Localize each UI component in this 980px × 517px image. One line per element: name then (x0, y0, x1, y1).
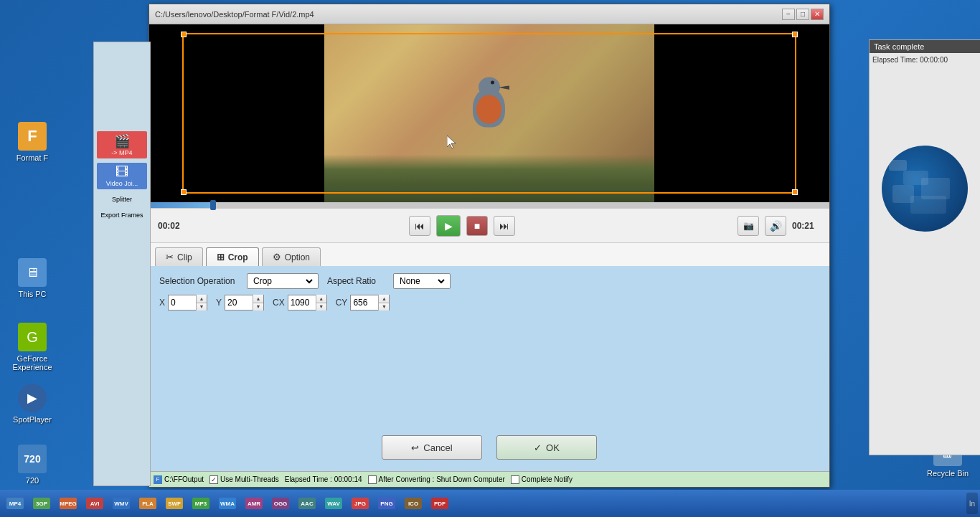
x-spinners: ▲ ▼ (196, 295, 207, 310)
complete-notify-group: Complete Notify (511, 475, 573, 484)
taskbar: MP43GPMPEGAVIWMVFLASWFMP3WMAAMROGGAACWAV… (0, 490, 980, 517)
taskbar-icon-wav[interactable]: WAV (321, 492, 347, 515)
desktop-icon-this-pc[interactable]: 🖥 This PC (7, 258, 57, 298)
y-spin-down[interactable]: ▼ (253, 303, 263, 311)
x-spin-down[interactable]: ▼ (197, 303, 207, 311)
controls-bar: 00:02 ⏮ ▶ ■ ⏭ 📷 🔊 00:21 (149, 208, 829, 242)
system-tray: In (966, 493, 978, 514)
volume-button[interactable]: 🔊 (765, 216, 786, 236)
y-input: ▲ ▼ (225, 295, 264, 310)
ok-icon: ✓ (534, 442, 542, 453)
x-label: X (159, 298, 165, 308)
dialog-status-bar: F C:\FFOutput ✓ Use Multi-Threads Elapse… (149, 471, 829, 487)
taskbar-icon-avi[interactable]: AVI (82, 492, 108, 515)
cy-label: CY (336, 298, 348, 308)
cy-spin-up[interactable]: ▲ (379, 295, 389, 303)
close-button[interactable]: ✕ (811, 9, 824, 20)
left-panel-export-frames[interactable]: Export Frames (97, 209, 147, 221)
desktop-icon-720[interactable]: 720 720 (7, 445, 57, 485)
left-panel-splitter[interactable]: Splitter (97, 194, 147, 205)
complete-notify-checkbox[interactable] (511, 475, 519, 484)
desktop-icon-format-f[interactable]: F Format F (7, 122, 57, 162)
taskbar-icon-swf[interactable]: SWF (161, 492, 187, 515)
desktop-icon-spotplayer-label: SpotPlayer (13, 415, 52, 424)
forward-button[interactable]: ⏭ (494, 216, 515, 236)
screenshot-button[interactable]: 📷 (738, 216, 759, 236)
taskbar-icons: MP43GPMPEGAVIWMVFLASWFMP3WMAAMROGGAACWAV… (2, 492, 966, 515)
x-value[interactable] (169, 295, 196, 310)
option-icon: ⚙ (273, 252, 281, 262)
cy-spin-down[interactable]: ▼ (379, 303, 389, 311)
desktop-icon-format-f-label: Format F (17, 153, 49, 162)
left-panel-video-join[interactable]: 🎞 Video Joi... (97, 163, 147, 189)
coordinates-row: X ▲ ▼ Y ▲ ▼ (159, 295, 819, 310)
desktop-icon-this-pc-label: This PC (18, 290, 46, 298)
tab-option[interactable]: ⚙ Option (262, 247, 321, 266)
cx-input-group: CX ▲ ▼ (273, 295, 327, 310)
minimize-button[interactable]: − (782, 9, 795, 20)
clip-icon: ✂ (166, 252, 174, 262)
taskbar-icon-ogg[interactable]: OGG (268, 492, 293, 515)
restore-button[interactable]: □ (796, 9, 809, 20)
after-converting-checkbox[interactable] (368, 475, 377, 484)
ok-button[interactable]: ✓ OK (496, 435, 597, 460)
cx-spin-down[interactable]: ▼ (316, 303, 326, 311)
timeline-scrubber[interactable] (149, 202, 829, 208)
controls-right: 📷 🔊 00:21 (738, 216, 821, 236)
cx-spinners: ▲ ▼ (316, 295, 326, 310)
timeline-thumb[interactable] (210, 200, 216, 210)
taskbar-icon-3gp[interactable]: 3GP (29, 492, 55, 515)
taskbar-icon-pdf[interactable]: PDF (427, 492, 453, 515)
cx-spin-up[interactable]: ▲ (316, 295, 326, 303)
y-input-group: Y ▲ ▼ (216, 295, 264, 310)
desktop-icon-recycle-bin-label: Recycle Bin (927, 469, 969, 478)
cancel-button[interactable]: ↩ Cancel (382, 435, 482, 460)
y-label: Y (216, 298, 222, 308)
time-total: 00:21 (792, 221, 821, 231)
tab-area: ✂ Clip ⊞ Crop ⚙ Option (149, 242, 829, 266)
aspect-ratio-dropdown[interactable]: None 4:3 16:9 1:1 (393, 273, 451, 289)
task-notification: Task complete Elapsed Time: 00:00:00 (869, 39, 980, 455)
taskbar-icon-aac[interactable]: AAC (294, 492, 320, 515)
options-panel: Selection Operation Crop None Custom Asp… (149, 266, 829, 424)
video-dialog: C:/Users/lenovo/Desktop/Format F/Vid/2.m… (149, 4, 830, 488)
system-time: In (969, 500, 975, 508)
taskbar-icon-fla[interactable]: FLA (135, 492, 161, 515)
selection-operation-row: Selection Operation Crop None Custom Asp… (159, 273, 819, 289)
selection-operation-select[interactable]: Crop None Custom (250, 275, 315, 287)
rewind-button[interactable]: ⏮ (409, 216, 430, 236)
desktop: F Format F 🖥 This PC 720 720 G GeForce E… (0, 0, 980, 517)
taskbar-icon-jpg[interactable]: JPG (347, 492, 373, 515)
desktop-icon-spotplayer[interactable]: ▶ SpotPlayer (7, 384, 57, 424)
tab-crop[interactable]: ⊞ Crop (206, 247, 259, 266)
multithreads-checkbox[interactable]: ✓ (209, 475, 218, 484)
y-value[interactable] (225, 295, 253, 310)
stop-button[interactable]: ■ (466, 216, 488, 236)
taskbar-icon-amr[interactable]: AMR (241, 492, 267, 515)
y-spin-up[interactable]: ▲ (253, 295, 263, 303)
desktop-icon-geforce[interactable]: G GeForce Experience (7, 323, 57, 371)
taskbar-icon-ico[interactable]: ICO (400, 492, 426, 515)
taskbar-icon-png[interactable]: PNG (374, 492, 400, 515)
taskbar-icon-mp4[interactable]: MP4 (2, 492, 28, 515)
video-dialog-titlebar: C:/Users/lenovo/Desktop/Format F/Vid/2.m… (149, 4, 829, 24)
left-panel-mp4[interactable]: 🎬 -> MP4 (97, 131, 147, 158)
cy-input-group: CY ▲ ▼ (336, 295, 390, 310)
aspect-ratio-select[interactable]: None 4:3 16:9 1:1 (397, 275, 447, 287)
selection-operation-dropdown[interactable]: Crop None Custom (247, 273, 319, 289)
taskbar-icon-mpeg[interactable]: MPEG (55, 492, 81, 515)
y-spinners: ▲ ▼ (253, 295, 263, 310)
taskbar-icon-mp3[interactable]: MP3 (188, 492, 214, 515)
cy-value[interactable] (351, 295, 378, 310)
cx-value[interactable] (288, 295, 316, 310)
globe-visual (870, 81, 980, 296)
titlebar-buttons: − □ ✕ (782, 9, 824, 20)
tab-clip[interactable]: ✂ Clip (155, 247, 203, 266)
taskbar-icon-wma[interactable]: WMA (215, 492, 240, 515)
status-multithreads: ✓ Use Multi-Threads (209, 475, 279, 484)
play-button[interactable]: ▶ (436, 215, 461, 237)
desktop-icon-geforce-label: GeForce Experience (7, 354, 57, 371)
taskbar-icon-wmv[interactable]: WMV (108, 492, 134, 515)
x-input: ▲ ▼ (168, 295, 207, 310)
x-spin-up[interactable]: ▲ (197, 295, 207, 303)
